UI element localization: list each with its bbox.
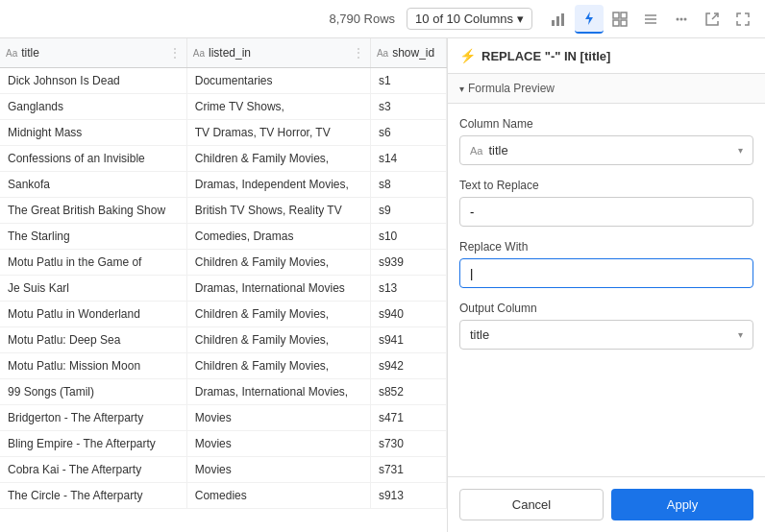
table-row: Confessions of an InvisibleChildren & Fa… (0, 146, 447, 172)
svg-line-14 (712, 13, 718, 19)
col-title-menu-icon[interactable]: ⋮ (169, 46, 181, 60)
table-row: 99 Songs (Tamil)Dramas, International Mo… (0, 379, 447, 405)
cell-show_id: s6 (370, 120, 446, 146)
svg-rect-4 (613, 12, 619, 18)
cell-title: Bridgerton - The Afterparty (0, 405, 186, 431)
cell-title: The Circle - The Afterparty (0, 483, 186, 509)
cell-title: Ganglands (0, 94, 186, 120)
cell-listed_in: Movies (186, 457, 370, 483)
column-name-value: title (488, 143, 507, 157)
cell-show_id: s471 (370, 405, 446, 431)
table-row: The Circle - The AfterpartyComediess913 (0, 483, 447, 509)
cell-listed_in: Children & Family Movies, (186, 250, 370, 276)
text-to-replace-group: Text to Replace (459, 179, 753, 227)
cancel-button[interactable]: Cancel (459, 489, 604, 520)
output-column-label: Output Column (459, 302, 753, 315)
replace-with-input[interactable] (459, 258, 753, 288)
col-name-type-icon: Aa (470, 145, 482, 157)
bar-chart-button[interactable] (544, 5, 573, 34)
col-header-title[interactable]: Aa title ⋮ (0, 38, 186, 68)
cell-listed_in: Dramas, International Movies, (186, 379, 370, 405)
svg-marker-3 (585, 12, 593, 25)
panel-body: Column Name Aa title ▾ Text to Replace R… (448, 104, 765, 476)
cell-title: 99 Songs (Tamil) (0, 379, 186, 405)
column-name-chevron: ▾ (738, 145, 743, 156)
column-name-group: Column Name Aa title ▾ (459, 117, 753, 165)
cell-listed_in: British TV Shows, Reality TV (186, 198, 370, 224)
more-icon (674, 12, 689, 27)
svg-point-13 (684, 17, 687, 20)
cell-show_id: s3 (370, 94, 446, 120)
cell-listed_in: Movies (186, 431, 370, 457)
text-to-replace-label: Text to Replace (459, 179, 753, 192)
formula-preview-label: Formula Preview (468, 82, 555, 95)
more-button[interactable] (667, 5, 696, 34)
cell-title: Confessions of an Invisible (0, 146, 186, 172)
output-column-chevron: ▾ (738, 329, 743, 340)
rows-label: 8,790 Rows (329, 12, 395, 26)
col-header-show-id[interactable]: Aa show_id (370, 38, 446, 68)
col-header-listed-in[interactable]: Aa listed_in ⋮ (186, 38, 370, 68)
table-row: The StarlingComedies, Dramass10 (0, 224, 447, 250)
table-area[interactable]: Aa title ⋮ Aa listed_in ⋮ (0, 38, 448, 532)
cell-listed_in: Documentaries (186, 68, 370, 94)
bar-chart-icon (551, 12, 566, 27)
top-icon-group (544, 5, 757, 34)
external-button[interactable] (698, 5, 727, 34)
cell-show_id: s852 (370, 379, 446, 405)
formula-preview-toggle[interactable]: ▾ Formula Preview (448, 74, 765, 104)
cell-show_id: s939 (370, 250, 446, 276)
text-col-icon: Aa (6, 48, 17, 59)
cell-listed_in: Children & Family Movies, (186, 146, 370, 172)
cell-title: The Great British Baking Show (0, 198, 186, 224)
panel-header: ⚡ REPLACE "-" IN [title] (448, 38, 765, 74)
cell-title: Midnight Mass (0, 120, 186, 146)
table-row: The Great British Baking ShowBritish TV … (0, 198, 447, 224)
grid-button[interactable] (605, 5, 634, 34)
chevron-down-icon: ▾ (517, 12, 524, 26)
cell-listed_in: Children & Family Movies, (186, 302, 370, 327)
table-row: Cobra Kai - The AfterpartyMoviess731 (0, 457, 447, 483)
cell-show_id: s1 (370, 68, 446, 94)
cell-listed_in: Movies (186, 405, 370, 431)
cell-title: Sankofa (0, 172, 186, 198)
svg-rect-2 (561, 13, 564, 26)
list-button[interactable] (636, 5, 665, 34)
table-row: Motu Patlu in WonderlandChildren & Famil… (0, 302, 447, 327)
apply-button[interactable]: Apply (611, 489, 753, 520)
col-listed-in-menu-icon[interactable]: ⋮ (353, 46, 364, 60)
cell-listed_in: Children & Family Movies, (186, 353, 370, 379)
cell-show_id: s731 (370, 457, 446, 483)
svg-point-12 (680, 17, 683, 20)
cell-show_id: s730 (370, 431, 446, 457)
cell-listed_in: Crime TV Shows, (186, 94, 370, 120)
main-layout: Aa title ⋮ Aa listed_in ⋮ (0, 38, 765, 532)
columns-selector[interactable]: 10 of 10 Columns ▾ (407, 8, 532, 30)
svg-rect-0 (552, 20, 555, 26)
replace-with-label: Replace With (459, 240, 753, 254)
cell-show_id: s913 (370, 483, 446, 509)
cell-title: Motu Patlu in the Game of (0, 250, 186, 276)
column-name-select[interactable]: Aa title ▾ (459, 135, 753, 165)
svg-rect-6 (613, 20, 619, 26)
cell-title: Motu Patlu: Deep Sea (0, 327, 186, 353)
lightning-button[interactable] (575, 5, 604, 34)
panel-title: REPLACE "-" IN [title] (481, 49, 610, 63)
cell-title: Bling Empire - The Afterparty (0, 431, 186, 457)
list-icon (643, 12, 658, 27)
cell-title: Motu Patlu in Wonderland (0, 302, 186, 327)
table-row: Motu Patlu: Deep SeaChildren & Family Mo… (0, 327, 447, 353)
columns-label: 10 of 10 Columns (415, 12, 513, 26)
text-col-icon2: Aa (193, 48, 205, 59)
cell-show_id: s9 (370, 198, 446, 224)
table-row: Midnight MassTV Dramas, TV Horror, TVs6 (0, 120, 447, 146)
table-row: Je Suis KarlDramas, International Movies… (0, 276, 447, 302)
text-to-replace-input[interactable] (459, 197, 753, 227)
column-name-label: Column Name (459, 117, 753, 131)
right-panel: ⚡ REPLACE "-" IN [title] ▾ Formula Previ… (448, 38, 765, 532)
output-column-select[interactable]: title ▾ (459, 320, 753, 350)
cell-listed_in: TV Dramas, TV Horror, TV (186, 120, 370, 146)
expand-button[interactable] (728, 5, 757, 34)
data-table: Aa title ⋮ Aa listed_in ⋮ (0, 38, 447, 509)
col-show-id-label: show_id (392, 46, 434, 60)
